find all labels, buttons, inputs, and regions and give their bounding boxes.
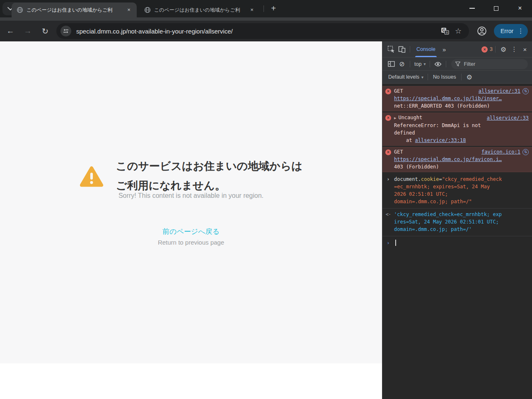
console-sidebar-button[interactable]: [386, 59, 397, 70]
console-messages: ×GET allservice/:31⇅https://special.dmm.…: [382, 84, 532, 399]
tab-close-icon[interactable]: ×: [248, 6, 256, 14]
tab-console[interactable]: Console: [413, 41, 439, 57]
clear-console-button[interactable]: ⊘: [397, 59, 407, 70]
live-expression-eye-button[interactable]: [433, 59, 443, 70]
default-levels-dropdown[interactable]: Default levels ▾: [387, 74, 425, 80]
tab-1[interactable]: このページはお住まいの地域からご利 ×: [12, 2, 137, 17]
tune-icon: [63, 28, 69, 34]
devtools-menu-kebab-icon[interactable]: ⋮: [509, 44, 520, 55]
context-selector[interactable]: top ▾: [413, 61, 427, 67]
result-arrow-icon: <·: [386, 212, 391, 217]
devtools-close-button[interactable]: ×: [520, 44, 530, 55]
console-levels-bar: Default levels ▾ No Issues ⚙: [382, 71, 532, 84]
console-settings-button[interactable]: ⚙: [464, 72, 475, 82]
console-line: defined: [394, 129, 529, 137]
warning-triangle-icon: [80, 158, 104, 195]
globe-favicon-icon: [144, 7, 151, 13]
source-location-link[interactable]: allservice/:31: [479, 87, 520, 95]
heading-line-1: このサービスはお住まいの地域からは: [116, 156, 302, 176]
console-text: GET: [394, 149, 406, 155]
source-location-link[interactable]: favicon.ico:1: [481, 148, 520, 156]
error-badge-icon: ×: [481, 46, 488, 53]
console-text: domain=.dmm.co.jp; path=/': [394, 226, 472, 232]
console-link[interactable]: allservice/:33:18: [415, 137, 466, 143]
error-button-label: Error: [501, 28, 513, 34]
console-line: ires=Sat, 24 May 2026 02:51:01 UTC;: [394, 218, 529, 226]
console-text-cursor[interactable]: [395, 240, 396, 246]
console-line: ▶Uncaught allservice/:33: [394, 114, 529, 122]
eye-icon: [434, 62, 442, 67]
console-chevron-icon: ›: [387, 176, 390, 182]
tab-title: このページはお住まいの地域からご利: [27, 7, 122, 14]
globe-favicon-icon: [17, 7, 23, 13]
page-title: このサービスはお住まいの地域からは ご利用になれません。: [116, 156, 302, 195]
forward-button[interactable]: →: [21, 24, 35, 38]
initiator-chain-icon[interactable]: ⇅: [522, 88, 529, 94]
filter-placeholder: Filter: [464, 61, 475, 67]
chevron-down-icon: ▾: [421, 75, 423, 79]
tab-divider: [264, 5, 264, 12]
return-previous-page-link[interactable]: 前のページへ戻る: [0, 227, 382, 236]
console-text: 403 (Forbidden): [394, 164, 439, 170]
source-location-link[interactable]: allservice/:33: [487, 114, 529, 122]
initiator-chain-icon[interactable]: ⇅: [522, 149, 529, 155]
address-bar[interactable]: special.dmm.co.jp/not-available-in-your-…: [56, 23, 469, 39]
expand-triangle-icon[interactable]: ▶: [394, 116, 398, 120]
console-line: https://special.dmm.co.jp/favicon.i…: [394, 156, 529, 163]
console-filter-input[interactable]: Filter: [451, 59, 528, 69]
profile-error-button[interactable]: Error ⋮: [494, 24, 528, 38]
close-window-button[interactable]: ×: [508, 0, 532, 17]
browser-menu-kebab-icon[interactable]: ⋮: [517, 27, 524, 35]
error-count: 3: [490, 46, 493, 52]
console-text: cookie: [421, 176, 439, 182]
console-error-message: ×GET allservice/:31⇅https://special.dmm.…: [382, 86, 532, 111]
device-toolbar-icon: [398, 46, 406, 53]
chevron-down-icon: ▾: [423, 62, 426, 66]
translate-icon[interactable]: G 文: [438, 24, 452, 38]
svg-text:文: 文: [445, 31, 448, 34]
console-text: document: [394, 176, 418, 182]
console-result-message: <·'ckcy_remedied_check=ec_mrnhbtk; expir…: [382, 209, 532, 236]
console-text: GET: [394, 88, 406, 94]
inspect-element-button[interactable]: [386, 44, 397, 55]
tab-close-icon[interactable]: ×: [125, 6, 133, 14]
maximize-button[interactable]: [484, 0, 508, 17]
device-toolbar-button[interactable]: [397, 44, 407, 55]
error-circle-icon: ×: [385, 149, 391, 155]
console-link[interactable]: https://special.dmm.co.jp/favicon.i…: [394, 156, 502, 162]
reload-button[interactable]: ↻: [38, 24, 52, 38]
bookmark-star-icon[interactable]: ☆: [452, 24, 465, 38]
console-command-message: ›document.cookie="ckcy_remedied_check=ec…: [382, 173, 532, 209]
console-toolbar: ⊘ top ▾ Filter: [382, 58, 532, 71]
console-text: defined: [394, 130, 415, 136]
console-line: 2026 02:51:01 UTC;: [394, 190, 529, 198]
tab-title: このページはお住まいの地域からご利: [154, 7, 245, 14]
console-line: ReferenceError: DmmApi is not: [394, 122, 529, 129]
no-issues-link[interactable]: No Issues: [430, 74, 459, 80]
url-text[interactable]: special.dmm.co.jp/not-available-in-your-…: [76, 28, 438, 35]
page-footer-area: [0, 363, 382, 399]
console-line: GET favicon.ico:1⇅: [394, 148, 529, 156]
site-settings-button[interactable]: [60, 26, 71, 36]
more-panels-icon[interactable]: »: [439, 46, 449, 53]
back-button[interactable]: ←: [3, 24, 17, 38]
console-chevron-icon: ›: [387, 240, 390, 246]
browser-window: このページはお住まいの地域からご利 × このページはお住まいの地域からご利 × …: [0, 0, 532, 399]
console-line: domain=.dmm.co.jp; path=/': [394, 226, 529, 233]
console-line: at allservice/:33:18: [394, 137, 529, 144]
new-tab-button[interactable]: +: [268, 3, 279, 14]
console-text: domain=.dmm.co.jp; path=/": [394, 199, 472, 204]
console-link[interactable]: https://special.dmm.co.jp/lib/inser…: [394, 96, 502, 101]
console-prompt-message: ›: [382, 236, 532, 249]
console-text: .: [418, 176, 421, 182]
minimize-button[interactable]: [460, 0, 484, 17]
devtools-settings-button[interactable]: ⚙: [498, 44, 509, 55]
error-count-badge[interactable]: × 3: [481, 46, 493, 53]
web-page: このサービスはお住まいの地域からは ご利用になれません。 Sorry! This…: [0, 41, 382, 399]
console-line: =ec_mrnhbtk; expires=Sat, 24 May: [394, 183, 529, 190]
funnel-filter-icon: [455, 62, 460, 66]
profile-button[interactable]: [475, 24, 489, 38]
account-circle-icon: [477, 26, 487, 36]
console-text: net::ERR_ABORTED 403 (Forbidden): [394, 103, 490, 109]
tab-2[interactable]: このページはお住まいの地域からご利 ×: [139, 2, 260, 17]
